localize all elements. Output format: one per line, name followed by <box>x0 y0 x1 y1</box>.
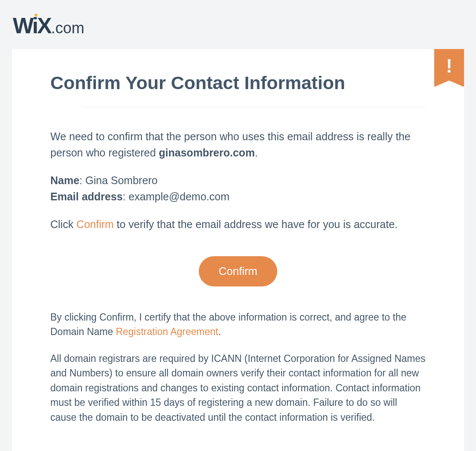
email-card: ! Confirm Your Contact Information We ne… <box>12 49 464 451</box>
intro-suffix: . <box>255 147 258 159</box>
logo-com-text: .com <box>51 19 84 37</box>
intro-text: We need to confirm that the person who u… <box>50 129 426 161</box>
name-label: Name <box>50 174 79 186</box>
certify-text: By clicking Confirm, I certify that the … <box>50 310 426 339</box>
page-title: Confirm Your Contact Information <box>50 72 426 93</box>
alert-ribbon: ! <box>434 49 464 87</box>
email-value: example@demo.com <box>128 191 229 202</box>
confirm-button[interactable]: Confirm <box>199 256 277 286</box>
icann-text: All domain registrars are required by IC… <box>50 351 426 425</box>
instruction-prefix: Click <box>50 218 76 230</box>
email-line: Email address: example@demo.com <box>50 189 426 205</box>
instruction-text: Click Confirm to verify that the email a… <box>50 217 426 233</box>
logo-wix: WiX <box>13 13 51 38</box>
confirm-link[interactable]: Confirm <box>76 218 114 230</box>
registration-agreement-link[interactable]: Registration Agreement <box>116 326 218 337</box>
header: WiX .com <box>0 0 476 49</box>
name-value: Gina Sombrero <box>85 174 158 186</box>
certify-prefix: By clicking Confirm, I certify that the … <box>50 312 406 338</box>
logo-dot-icon <box>35 14 38 17</box>
intro-domain: ginasombrero.com <box>159 147 255 159</box>
wix-logo: WiX .com <box>13 13 463 38</box>
instruction-suffix: to verify that the email address we have… <box>114 218 398 230</box>
email-label: Email address <box>50 191 123 202</box>
contact-info-block: Name: Gina Sombrero Email address: examp… <box>50 173 426 205</box>
button-container: Confirm <box>50 256 426 286</box>
exclamation-icon: ! <box>446 57 453 75</box>
logo-wix-text: WiX <box>13 13 51 38</box>
name-line: Name: Gina Sombrero <box>50 173 426 189</box>
certify-suffix: . <box>218 326 221 337</box>
divider <box>82 107 426 107</box>
